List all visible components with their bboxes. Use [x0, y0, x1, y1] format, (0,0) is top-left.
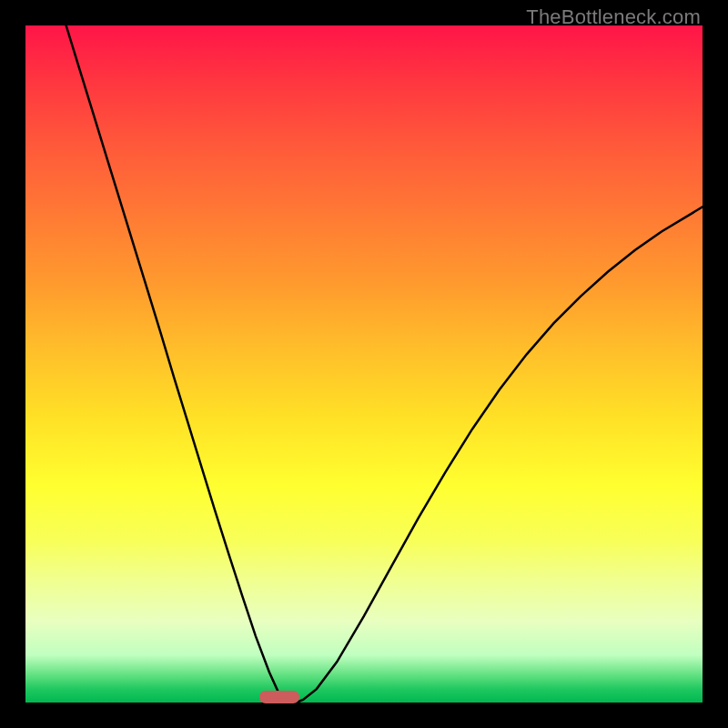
watermark-text: TheBottleneck.com — [526, 5, 701, 29]
plot-gradient-area — [25, 25, 703, 703]
bottleneck-marker — [259, 691, 299, 703]
